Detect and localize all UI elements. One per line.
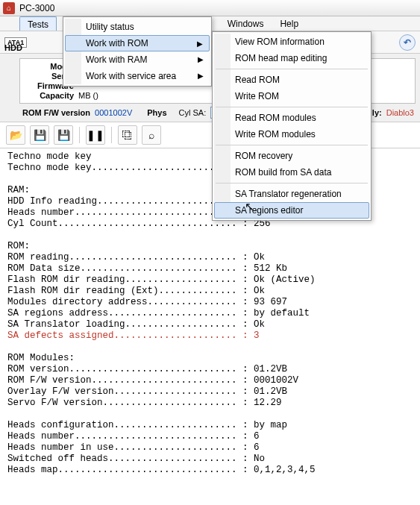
menu-rom-recovery[interactable]: ROM recovery	[214, 148, 369, 164]
family-value: Diablo3	[386, 108, 414, 117]
rom-fw-label: ROM F/W version	[22, 108, 90, 117]
rom-submenu-popup: View ROM information ROM head map editin…	[212, 31, 372, 221]
menu-sa-translator[interactable]: SA Translator regeneration	[214, 186, 369, 202]
menu-separator	[216, 107, 368, 107]
menu-read-rom-modules[interactable]: Read ROM modules	[214, 110, 369, 126]
menu-work-with-service-area[interactable]: Work with service area▶	[65, 68, 210, 84]
tests-menu-popup: Utility status Work with ROM▶ Work with …	[63, 16, 212, 87]
hdd-label: HDD	[4, 43, 22, 52]
save-icon-1[interactable]: 💾	[30, 125, 49, 145]
menu-tests[interactable]: Tests	[19, 16, 57, 31]
toolbar-sep	[79, 127, 80, 143]
submenu-arrow-icon: ▶	[198, 55, 204, 63]
menu-view-rom-info[interactable]: View ROM information	[214, 34, 369, 50]
menu-work-with-rom[interactable]: Work with ROM▶	[65, 35, 210, 51]
capacity-label: Capacity	[26, 91, 78, 100]
submenu-arrow-icon: ▶	[198, 72, 204, 80]
menu-separator	[216, 183, 368, 184]
rom-fw-value: 0001002V	[95, 108, 132, 117]
menu-help[interactable]: Help	[272, 16, 306, 31]
titlebar: ⌂ PC-3000	[0, 0, 420, 16]
menu-read-rom[interactable]: Read ROM	[214, 72, 369, 88]
pause-icon[interactable]: ❚❚	[86, 125, 105, 145]
toolbar-sep	[111, 127, 112, 143]
phys-label: Phys	[147, 108, 166, 117]
menu-separator	[216, 145, 368, 145]
menu-windows[interactable]: Windows	[220, 16, 272, 31]
menu-separator	[216, 69, 368, 69]
menu-utility-status[interactable]: Utility status	[65, 19, 210, 35]
menu-rom-head-map[interactable]: ROM head map editing	[214, 50, 369, 66]
save-icon-2[interactable]: 💾	[54, 125, 73, 145]
app-title: PC-3000	[19, 3, 54, 13]
menu-sa-regions-editor[interactable]: SA regions editor	[214, 202, 369, 219]
app-icon: ⌂	[3, 2, 15, 14]
menu-rom-build[interactable]: ROM build from SA data	[214, 164, 369, 181]
menu-work-with-ram[interactable]: Work with RAM▶	[65, 51, 210, 68]
back-arrow-icon[interactable]: ↶	[399, 34, 416, 51]
menu-write-rom-modules[interactable]: Write ROM modules	[214, 126, 369, 142]
open-file-icon[interactable]: 📂	[6, 125, 25, 145]
submenu-arrow-icon: ▶	[197, 40, 203, 48]
cyl-sa-label: Cyl SA:	[179, 108, 207, 117]
find-icon[interactable]: ⌕	[142, 125, 161, 145]
menu-write-rom[interactable]: Write ROM	[214, 88, 369, 104]
copy-icon[interactable]: ⿻	[118, 125, 137, 145]
